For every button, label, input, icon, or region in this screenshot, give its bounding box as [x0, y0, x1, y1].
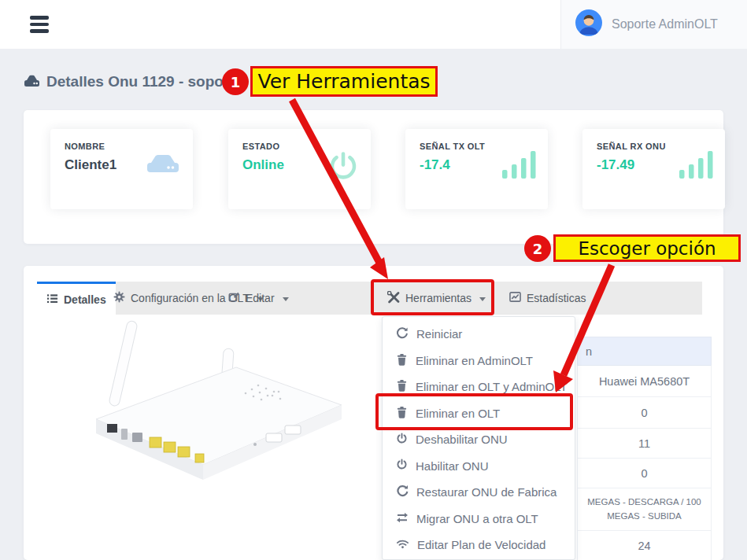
user-menu[interactable]: Soporte AdminOLT	[560, 0, 747, 49]
app-root: Soporte AdminOLT Detalles Onu 1129 - sop…	[0, 0, 747, 560]
menu-item-label: Eliminar en OLT y AdminOLT	[416, 380, 568, 393]
table-cell-olt: Huawei MA5680T	[577, 366, 712, 397]
step-1-badge: 1	[222, 68, 249, 95]
table-cell: 0	[577, 397, 712, 429]
list-icon	[46, 293, 58, 307]
tab-bar: Detalles Configuración	[38, 282, 702, 315]
menu-item-deshabilitar-onu[interactable]: Deshabilitar ONU	[383, 426, 575, 453]
table-cell: 24	[577, 531, 712, 560]
user-name-label: Soporte AdminOLT	[612, 17, 718, 31]
power-icon	[396, 433, 408, 447]
menu-item-label: Restaurar ONU de Fabrica	[416, 485, 557, 499]
tab-editar[interactable]: Editar	[219, 282, 298, 315]
rotate-icon	[396, 484, 409, 499]
trash-icon	[396, 379, 408, 394]
hamburger-menu-icon[interactable]	[30, 16, 50, 33]
tools-icon	[387, 291, 400, 306]
stats-panel: NOMBRE Cliente1 ESTADO Online	[24, 110, 723, 244]
router-icon	[144, 149, 182, 178]
signal-bars-icon	[502, 149, 537, 182]
trash-icon	[396, 406, 408, 421]
tab-label: Editar	[246, 292, 275, 304]
breadcrumb: Detalles Onu 1129 - soporte	[24, 73, 242, 90]
table-cell: 0	[577, 459, 712, 488]
menu-item-label: Reiniciar	[416, 327, 462, 341]
wifi-icon	[396, 538, 409, 551]
stat-card-senal-rx: SEÑAL RX ONU -17.49	[582, 129, 725, 209]
table-cell: 11	[577, 429, 712, 459]
refresh-icon	[396, 326, 409, 341]
onu-title-icon	[24, 73, 40, 90]
signal-bars-icon	[679, 149, 714, 182]
trash-icon	[396, 353, 408, 368]
tab-herramientas[interactable]: Herramientas	[378, 282, 495, 315]
menu-item-label: Editar Plan de Velocidad	[417, 538, 545, 551]
avatar	[575, 9, 602, 39]
edit-icon	[228, 291, 240, 305]
menu-item-habilitar-onu[interactable]: Habilitar ONU	[383, 453, 575, 480]
chart-icon	[509, 291, 521, 305]
menu-item-label: Migrar ONU a otra OLT	[416, 512, 538, 525]
step-2-badge: 2	[524, 235, 551, 262]
stat-card-estado: ESTADO Online	[228, 129, 371, 209]
onu-info-table: n Huawei MA5680T 0 11 0 MEGAS - DESCARGA…	[577, 337, 712, 560]
chevron-down-icon	[283, 297, 289, 301]
menu-item-label: Habilitar ONU	[416, 459, 489, 473]
menu-item-label: Deshabilitar ONU	[416, 433, 508, 446]
menu-item-eliminar-olt-adminolt[interactable]: Eliminar en OLT y AdminOLT	[383, 374, 575, 400]
menu-item-restaurar-onu[interactable]: Restaurar ONU de Fabrica	[383, 479, 575, 506]
stat-card-nombre: NOMBRE Cliente1	[50, 129, 193, 209]
top-header: Soporte AdminOLT	[0, 0, 747, 49]
stat-card-senal-tx: SEÑAL TX OLT -17.4	[405, 129, 548, 209]
exchange-icon	[396, 512, 409, 525]
gear-icon	[113, 291, 125, 305]
menu-item-eliminar-olt[interactable]: Eliminar en OLT	[383, 400, 575, 427]
tab-estadisticas[interactable]: Estadísticas	[500, 282, 595, 315]
table-header-cell: n	[577, 337, 712, 366]
onu-product-image	[49, 319, 364, 487]
tab-label: Estadísticas	[527, 292, 586, 304]
step-1-callout: Ver Herramientas	[250, 66, 438, 97]
power-icon	[327, 149, 360, 186]
power-icon	[396, 459, 408, 473]
menu-item-eliminar-adminolt[interactable]: Eliminar en AdminOLT	[383, 348, 575, 374]
herramientas-dropdown-menu: Reiniciar Eliminar en AdminOLT Elimina	[382, 316, 575, 560]
menu-item-migrar-onu[interactable]: Migrar ONU a otra OLT	[383, 506, 575, 532]
tab-label: Detalles	[64, 293, 106, 306]
page-title: Detalles Onu 1129 - soporte	[46, 73, 242, 90]
chevron-down-icon	[479, 297, 486, 301]
table-cell-plan: MEGAS - DESCARGA / 100 MEGAS - SUBIDA	[577, 488, 712, 531]
step-2-callout: Escoger opción	[553, 234, 741, 262]
menu-item-editar-plan[interactable]: Editar Plan de Velocidad	[383, 532, 575, 558]
tab-label: Herramientas	[405, 292, 471, 304]
menu-item-label: Eliminar en OLT	[416, 407, 500, 420]
menu-item-label: Eliminar en AdminOLT	[416, 354, 533, 367]
menu-item-reiniciar[interactable]: Reiniciar	[383, 321, 575, 348]
